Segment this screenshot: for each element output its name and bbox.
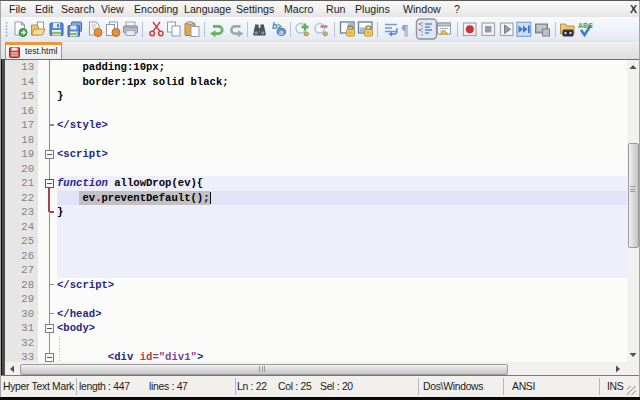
svg-text:b: b xyxy=(272,21,278,31)
svg-text:a: a xyxy=(279,28,283,37)
svg-text:¶: ¶ xyxy=(401,23,409,38)
